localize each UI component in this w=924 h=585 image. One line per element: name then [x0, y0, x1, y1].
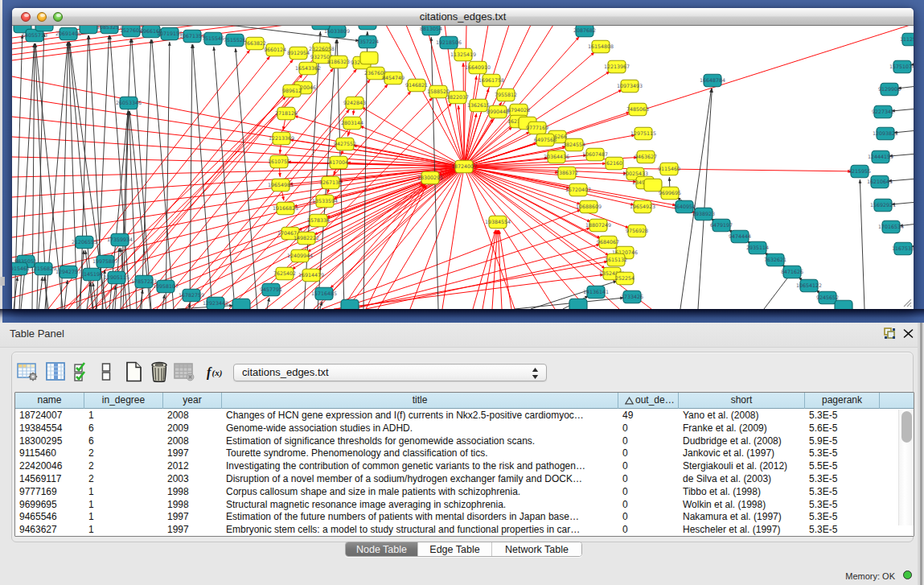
graph-node[interactable]: [569, 299, 587, 309]
svg-text:14055713: 14055713: [22, 32, 47, 38]
cell-pagerank: 5.3E-5: [805, 524, 880, 537]
table-row[interactable]: 946362711997Embryonic stem cells: a mode…: [15, 524, 914, 537]
column-header-year[interactable]: year: [163, 393, 222, 409]
svg-text:7386372: 7386372: [556, 170, 578, 175]
function-builder-icon[interactable]: f(x): [206, 363, 226, 381]
column-header-name[interactable]: name: [15, 393, 84, 409]
cell-title: Structural magnetic resonance image aver…: [222, 499, 618, 512]
cell-name: 22420046: [15, 460, 84, 473]
column-header-in_degree[interactable]: in_degree: [84, 393, 163, 409]
table-selector-dropdown[interactable]: citations_edges.txt: [233, 364, 547, 381]
cell-out_de: 0: [618, 524, 679, 537]
resize-grip-icon[interactable]: [901, 296, 912, 307]
svg-text:17016534: 17016534: [878, 224, 904, 229]
svg-text:8186323: 8186323: [327, 59, 350, 64]
table-panel-title: Table Panel: [10, 328, 64, 340]
graph-node[interactable]: [232, 299, 250, 309]
svg-text:19654923: 19654923: [630, 204, 655, 209]
delete-table-icon[interactable]: [174, 362, 195, 381]
cell-year: 2008: [163, 435, 222, 448]
svg-text:12942757: 12942757: [55, 269, 81, 274]
cell-name: 9699695: [15, 499, 84, 512]
select-columns-icon[interactable]: [73, 361, 92, 382]
cell-pagerank: 5.5E-5: [805, 460, 880, 473]
network-view-window: citations_edges.txt 14055713206914061085…: [12, 8, 914, 309]
cell-year: 1997: [163, 511, 222, 524]
column-header-pagerank[interactable]: pagerank: [805, 393, 880, 409]
svg-text:10025433: 10025433: [622, 171, 648, 176]
svg-text:10958107: 10958107: [153, 283, 179, 289]
table-row[interactable]: 1872400712008Changes of HCN gene express…: [15, 410, 914, 422]
attribute-table: namein_degreeyeartitleout_de…shortpagera…: [14, 392, 914, 537]
network-canvas[interactable]: 1405571320691406108532571527602696616010…: [12, 26, 914, 309]
graph-node[interactable]: [80, 26, 97, 34]
cell-title: Investigating the contribution of common…: [222, 460, 618, 473]
graph-node[interactable]: [341, 299, 359, 309]
svg-text:9242843: 9242843: [343, 100, 366, 105]
new-document-icon[interactable]: [125, 361, 143, 382]
svg-text:8938923: 8938923: [692, 211, 715, 216]
table-row[interactable]: 1938455462009Genome-wide association stu…: [15, 422, 914, 435]
table-row[interactable]: 977716911998Corpus callosum shape and si…: [15, 486, 914, 499]
table-tabs: Node TableEdge TableNetwork Table: [345, 542, 582, 557]
svg-text:1112548: 1112548: [900, 36, 914, 42]
table-row[interactable]: 911546021997Tourette syndrome. Phenomeno…: [15, 447, 914, 460]
close-panel-icon[interactable]: [903, 328, 914, 339]
svg-text:20364436: 20364436: [544, 154, 569, 159]
svg-text:6479197: 6479197: [710, 222, 733, 228]
tab-node-table[interactable]: Node Table: [346, 542, 417, 556]
cell-name: 14569117: [15, 473, 84, 486]
column-header-out_de[interactable]: out_de…: [618, 393, 679, 409]
svg-text:1733426: 1733426: [621, 294, 643, 299]
table-row[interactable]: 969969511998Structural magnetic resonanc…: [15, 499, 914, 512]
table-row[interactable]: 1830029562008Estimation of significance …: [15, 435, 914, 448]
float-panel-icon[interactable]: [884, 328, 896, 340]
cell-in_degree: 1: [84, 524, 163, 537]
table-row[interactable]: 1456911722003Disruption of a novel membe…: [15, 473, 914, 486]
show-column-icon[interactable]: [46, 362, 66, 381]
svg-text:7955812: 7955812: [495, 92, 517, 97]
svg-text:5578334: 5578334: [307, 217, 330, 223]
memory-status-label: Memory: OK: [845, 571, 895, 581]
svg-text:12409944: 12409944: [287, 253, 313, 258]
cell-short: Wolkin et al. (1998): [679, 499, 805, 512]
svg-text:9457791: 9457791: [260, 286, 282, 292]
svg-text:9777169: 9777169: [526, 125, 548, 130]
svg-text:8215955: 8215955: [848, 168, 871, 174]
cell-out_de: 0: [618, 460, 679, 473]
svg-text:10607487: 10607487: [582, 151, 608, 157]
svg-text:1588520: 1588520: [427, 89, 450, 94]
svg-text:8912954: 8912954: [287, 50, 310, 56]
table-vertical-scrollbar[interactable]: [898, 410, 914, 525]
tab-edge-table[interactable]: Edge Table: [417, 542, 491, 556]
delete-icon[interactable]: [150, 361, 169, 382]
svg-text:10973493: 10973493: [617, 83, 643, 89]
svg-text:16154808: 16154808: [588, 43, 614, 49]
sort-ascending-icon: [625, 397, 634, 405]
svg-text:14982222: 14982222: [294, 235, 319, 241]
graph-node[interactable]: [359, 26, 376, 30]
svg-text:1615132: 1615132: [605, 257, 627, 262]
graph-node[interactable]: [312, 26, 330, 30]
table-settings-icon[interactable]: [17, 362, 39, 381]
cell-out_de: 49: [618, 410, 679, 422]
network-window-titlebar[interactable]: citations_edges.txt: [12, 8, 914, 26]
column-header-short[interactable]: short: [679, 393, 805, 409]
graph-node[interactable]: [835, 300, 852, 309]
svg-text:12444159: 12444159: [868, 154, 893, 159]
svg-text:15720407: 15720407: [565, 187, 591, 192]
column-header-title[interactable]: title: [222, 393, 618, 409]
graph-node[interactable]: [360, 51, 378, 64]
cell-title: Changes of HCN gene expression and I(f) …: [222, 410, 618, 422]
graph-node[interactable]: [35, 26, 53, 31]
table-row[interactable]: 946554611997Estimation of the future num…: [15, 511, 914, 524]
table-row[interactable]: 2242004622012Investigating the contribut…: [15, 460, 914, 473]
cell-year: 1997: [163, 524, 222, 537]
svg-text:12975115: 12975115: [630, 130, 656, 136]
scrollbar-thumb[interactable]: [901, 411, 912, 443]
row-height-icon[interactable]: [101, 361, 111, 382]
cell-in_degree: 6: [84, 422, 163, 435]
tab-network-table[interactable]: Network Table: [491, 542, 581, 556]
svg-text:62160: 62160: [606, 160, 622, 166]
cell-name: 18724007: [15, 410, 84, 422]
